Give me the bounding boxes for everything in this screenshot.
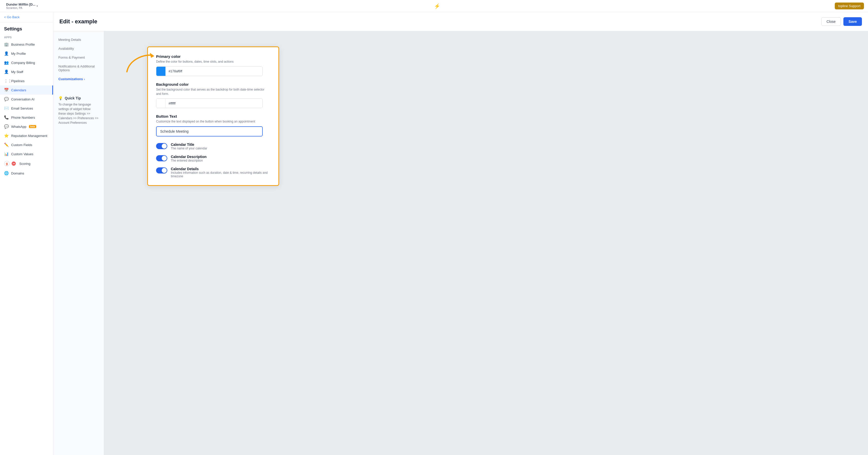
sidebar-section-label: Apps: [0, 34, 53, 40]
calendar-title-toggle[interactable]: [156, 143, 167, 149]
sidebar-item-label: Conversation AI: [11, 97, 34, 101]
sidebar-item-label: Business Profile: [11, 43, 35, 46]
primary-color-section: Primary color Define the color for butto…: [156, 54, 270, 76]
button-text-desc: Customize the text displayed on the butt…: [156, 120, 270, 124]
billing-icon: 👥: [4, 60, 9, 65]
phone-icon: 📞: [4, 115, 9, 120]
sidebar-item-pipelines[interactable]: ⋮⋮ Pipelines: [0, 76, 53, 86]
layout: < Go Back Settings Apps 🏢 Business Profi…: [0, 0, 868, 455]
page-header: Edit - example Close Save: [53, 12, 868, 31]
primary-color-swatch[interactable]: [156, 67, 165, 76]
topbar-right: topline Support: [835, 3, 864, 9]
notif-badge: 20: [12, 162, 16, 166]
main-content: Edit - example Close Save Meeting Detail…: [53, 12, 868, 455]
calendar-description-label-group: Calendar Description The entered descrip…: [171, 155, 207, 162]
org-selector[interactable]: Dunder Mifflin [D... Scranton, PA ▾: [4, 2, 40, 10]
sidebar-title: Settings: [0, 22, 53, 34]
sidebar-item-label: Company Billing: [11, 61, 35, 65]
calendar-icon: 📅: [4, 88, 9, 92]
sidebar-item-label: My Profile: [11, 52, 26, 56]
customization-modal: Primary color Define the color for butto…: [147, 46, 279, 186]
bolt-icon: ⚡: [434, 3, 440, 9]
background-color-section: Background color Set the background colo…: [156, 82, 270, 108]
org-name: Dunder Mifflin [D...: [6, 3, 35, 6]
primary-color-input[interactable]: [165, 67, 262, 75]
chevron-down-icon: ▾: [36, 5, 38, 7]
sidebar-item-label: Domains: [11, 171, 24, 175]
sidebar-item-label: WhatsApp: [11, 125, 26, 129]
g2-logo: g: [4, 161, 10, 166]
quick-tip-text: To change the language settings of widge…: [58, 102, 99, 125]
calendar-details-desc: Includes information such as duration, d…: [171, 171, 270, 178]
sidebar-item-label: Email Services: [11, 106, 33, 110]
button-text-section: Button Text Customize the text displayed…: [156, 114, 270, 136]
calendar-description-toggle[interactable]: [156, 155, 167, 161]
calendar-title-title: Calendar Title: [171, 142, 207, 147]
background-color-label: Background color: [156, 82, 270, 87]
close-button[interactable]: Close: [821, 17, 841, 26]
chat-icon: 💬: [4, 97, 9, 101]
sidebar-item-label: Pipelines: [11, 79, 25, 83]
support-button[interactable]: topline Support: [835, 3, 864, 9]
calendar-title-row: Calendar Title The name of your calendar: [156, 142, 270, 150]
star-icon: ⭐: [4, 133, 9, 138]
building-icon: 🏢: [4, 42, 9, 47]
left-nav-availability[interactable]: Availability: [53, 44, 104, 53]
left-nav-forms-payment[interactable]: Forms & Payment: [53, 53, 104, 62]
values-icon: 📊: [4, 152, 9, 156]
quick-tip-header: 💡 Quick Tip: [58, 96, 99, 100]
background-color-input[interactable]: [165, 99, 262, 107]
primary-color-desc: Define the color for buttons, dates, tim…: [156, 60, 270, 64]
background-color-desc: Set the background color that serves as …: [156, 88, 270, 96]
calendar-title-label-group: Calendar Title The name of your calendar: [171, 142, 207, 150]
sidebar-item-label: Calendars: [11, 88, 26, 92]
calendar-description-row: Calendar Description The entered descrip…: [156, 155, 270, 162]
sidebar-item-custom-values[interactable]: 📊 Custom Values: [0, 150, 53, 159]
toggles-section: Calendar Title The name of your calendar…: [156, 142, 270, 178]
lightbulb-icon: 💡: [58, 96, 63, 100]
primary-color-label: Primary color: [156, 54, 270, 59]
sidebar-item-scoring[interactable]: g 20 Scoring: [0, 159, 53, 169]
main-panel: Primary color Define the color for butto…: [104, 31, 868, 455]
sidebar-item-my-profile[interactable]: 👤 My Profile: [0, 49, 53, 58]
sidebar-item-conversation-ai[interactable]: 💬 Conversation AI: [0, 95, 53, 104]
svg-marker-0: [150, 53, 154, 58]
sidebar-item-calendars[interactable]: 📅 Calendars: [0, 86, 53, 95]
topbar-left: Dunder Mifflin [D... Scranton, PA ▾: [4, 2, 40, 10]
sidebar-item-label: Reputation Management: [11, 134, 47, 138]
sidebar-item-whatsapp[interactable]: 💬 WhatsApp beta: [0, 122, 53, 131]
quick-tip-section: 💡 Quick Tip To change the language setti…: [53, 91, 104, 130]
topbar: Dunder Mifflin [D... Scranton, PA ▾ ⚡ to…: [0, 0, 868, 12]
chevron-right-icon: ›: [84, 77, 85, 80]
background-color-input-row[interactable]: [156, 98, 263, 108]
sidebar-item-email-services[interactable]: ✉️ Email Services: [0, 104, 53, 113]
sidebar-item-phone-numbers[interactable]: 📞 Phone Numbers: [0, 113, 53, 122]
person-icon: 👤: [4, 51, 9, 56]
org-sub: Scranton, PA: [6, 6, 35, 9]
beta-badge: beta: [29, 125, 36, 128]
calendar-description-title: Calendar Description: [171, 155, 207, 159]
save-button[interactable]: Save: [843, 17, 862, 26]
sidebar: < Go Back Settings Apps 🏢 Business Profi…: [0, 12, 53, 455]
sidebar-item-custom-fields[interactable]: ✏️ Custom Fields: [0, 140, 53, 150]
edit-icon: ✏️: [4, 142, 9, 147]
arrow-decoration: [124, 52, 155, 78]
left-nav-meeting-details[interactable]: Meeting Details: [53, 35, 104, 44]
button-text-input[interactable]: [156, 126, 263, 136]
calendar-details-row: Calendar Details Includes information su…: [156, 167, 270, 178]
calendar-details-toggle[interactable]: [156, 167, 167, 173]
left-nav-customizations[interactable]: Customizations ›: [53, 74, 104, 84]
button-text-label: Button Text: [156, 114, 270, 119]
sidebar-item-domains[interactable]: 🌐 Domains: [0, 169, 53, 178]
left-nav-notifications[interactable]: Notifications & Additional Options: [53, 62, 104, 74]
sidebar-item-my-staff[interactable]: 👤 My Staff: [0, 67, 53, 76]
go-back-link[interactable]: < Go Back: [0, 12, 53, 22]
sidebar-item-business-profile[interactable]: 🏢 Business Profile: [0, 40, 53, 49]
primary-color-input-row[interactable]: [156, 66, 263, 76]
sidebar-item-company-billing[interactable]: 👥 Company Billing: [0, 58, 53, 67]
whatsapp-icon: 💬: [4, 124, 9, 129]
sidebar-item-reputation-management[interactable]: ⭐ Reputation Management: [0, 131, 53, 140]
background-color-swatch[interactable]: [156, 99, 165, 108]
topbar-center: ⚡: [434, 3, 440, 9]
email-icon: ✉️: [4, 106, 9, 110]
